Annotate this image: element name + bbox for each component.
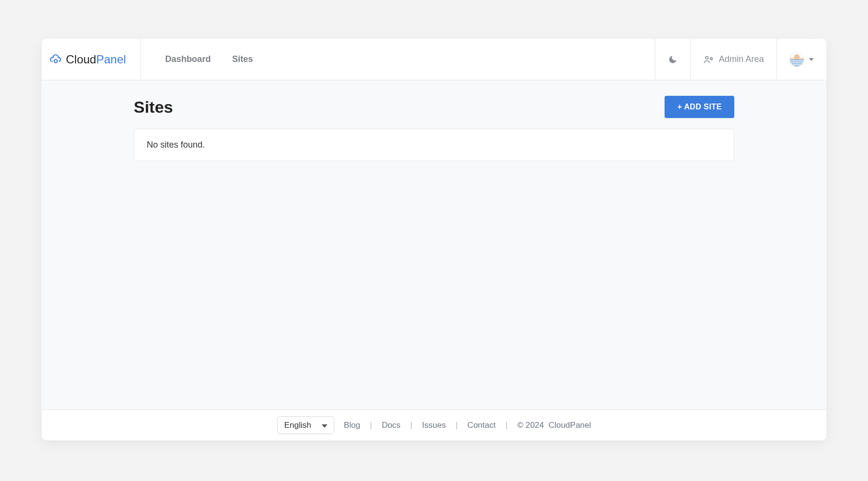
admin-area-link[interactable]: Admin Area <box>690 39 776 80</box>
app-shell: CloudPanel Dashboard Sites Admin Area <box>42 39 826 440</box>
separator: | <box>505 421 507 430</box>
footer-link-docs[interactable]: Docs <box>382 421 401 430</box>
footer-link-issues[interactable]: Issues <box>422 421 446 430</box>
footer: English Blog | Docs | Issues | Contact |… <box>42 409 826 440</box>
add-site-button[interactable]: + ADD SITE <box>665 96 734 118</box>
empty-state-text: No sites found. <box>147 140 721 150</box>
content-area: Sites + ADD SITE No sites found. <box>42 80 826 409</box>
svg-point-2 <box>710 58 712 60</box>
footer-link-contact[interactable]: Contact <box>467 421 496 430</box>
header: CloudPanel Dashboard Sites Admin Area <box>42 39 826 80</box>
brand-logo[interactable]: CloudPanel <box>42 39 141 80</box>
brand-text: CloudPanel <box>66 53 126 66</box>
admin-area-label: Admin Area <box>719 54 764 64</box>
nav-dashboard[interactable]: Dashboard <box>165 54 211 64</box>
brand-text-part2: Panel <box>96 53 126 66</box>
copyright-brand: CloudPanel <box>548 421 591 430</box>
svg-point-0 <box>54 60 58 63</box>
svg-point-1 <box>706 56 709 59</box>
page-title: Sites <box>134 98 173 117</box>
separator: | <box>370 421 372 430</box>
theme-toggle[interactable] <box>655 39 690 80</box>
avatar <box>790 52 804 67</box>
separator: | <box>410 421 412 430</box>
nav-sites[interactable]: Sites <box>232 54 253 64</box>
chevron-down-icon <box>809 58 814 61</box>
main-nav: Dashboard Sites <box>141 39 655 80</box>
users-gear-icon <box>703 54 714 65</box>
sites-card: No sites found. <box>134 129 734 161</box>
page-header: Sites + ADD SITE <box>134 93 734 118</box>
cloud-icon <box>49 53 62 66</box>
language-select[interactable]: English <box>277 416 334 434</box>
plus-icon: + <box>677 103 682 111</box>
copyright-year: © 2024 <box>517 421 544 430</box>
user-menu[interactable] <box>776 39 826 80</box>
moon-icon <box>668 55 678 64</box>
language-select-wrap: English <box>277 416 334 434</box>
footer-link-blog[interactable]: Blog <box>344 421 360 430</box>
copyright: © 2024 CloudPanel <box>517 421 591 430</box>
separator: | <box>455 421 457 430</box>
brand-text-part1: Cloud <box>66 53 96 66</box>
add-site-label: ADD SITE <box>684 103 722 111</box>
header-right: Admin Area <box>655 39 826 80</box>
